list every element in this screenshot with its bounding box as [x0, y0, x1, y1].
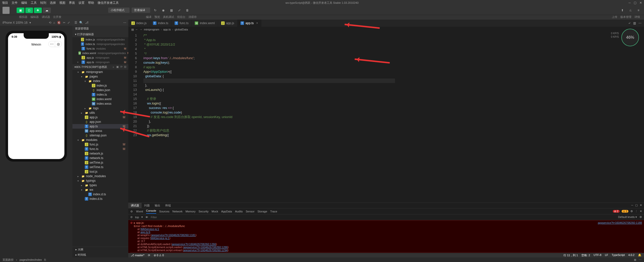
tree-item[interactable]: ▾📁pages [72, 74, 128, 79]
console-output[interactable]: ⊘appservice?t=1604626708260:1188▸ app.js… [128, 220, 644, 253]
minimize-panel-icon[interactable]: ─ [631, 204, 633, 207]
tree-item[interactable]: ▸📁types [72, 183, 128, 188]
open-editor-item[interactable]: Jindex.js miniprogram\pages\index [72, 37, 128, 42]
git-branch[interactable]: ⎇ master* [131, 254, 144, 257]
devtools-tab-终端[interactable]: 终端 [163, 203, 173, 208]
branch-icon[interactable]: ⎇ [85, 21, 89, 24]
menu-视图[interactable]: 视图 [59, 1, 65, 5]
tree-item[interactable]: Tindex.d.ts [72, 197, 128, 201]
devtools-subtab-AppData[interactable]: AppData [221, 210, 232, 213]
tree-item[interactable]: {}sitemap.json [72, 133, 128, 138]
tab-index.js[interactable]: Jindex.js [128, 20, 150, 27]
devtools-tab-调试器[interactable]: 调试器 [128, 203, 142, 208]
menu-选择[interactable]: 选择 [50, 1, 56, 5]
tree-item[interactable]: {}app.json [72, 120, 128, 124]
project-header[interactable]: ▾ WX-TYPESCRIPT@西跃 ＋ ▣ ⟳ ⊟ [72, 64, 128, 70]
devtools-subtab-Memory[interactable]: Memory [186, 210, 196, 213]
detail-button[interactable]: ≡ [635, 7, 641, 13]
search-icon[interactable]: 🔍 [79, 21, 83, 24]
tab-app.js[interactable]: Japp.js [218, 20, 237, 27]
nav-fwd-icon[interactable]: → [140, 28, 142, 31]
editor-toggle[interactable]: ⟨⟩ [25, 8, 33, 13]
status-item[interactable]: UTF-8 [594, 253, 601, 257]
cut-icon[interactable]: ✂ [63, 21, 65, 24]
tree-item[interactable]: ▾📁wx [72, 188, 128, 192]
device-selector[interactable]: iPhone X 100% 16 [3, 21, 27, 24]
open-editor-item[interactable]: ×Tapp.ts miniprogramM [72, 60, 128, 64]
minimize-icon[interactable]: ─ [628, 1, 631, 5]
git-sync[interactable]: ⟳ [148, 254, 150, 257]
console-settings-icon[interactable]: ⚙ [639, 215, 642, 219]
menu-编辑[interactable]: 编辑 [21, 1, 27, 5]
tree-item[interactable]: ▾📁index [72, 79, 128, 83]
tree-item[interactable]: Tfunc.tsM [72, 147, 128, 151]
status-item[interactable]: 空格: 2 [581, 253, 590, 257]
devtools-subtab-Trace[interactable]: Trace [270, 210, 277, 213]
devtools-subtab-Network[interactable]: Network [172, 210, 182, 213]
collapse-icon[interactable]: ⊟ [124, 65, 126, 69]
tree-item[interactable]: Jindex.js [72, 83, 128, 88]
devtools-subtab-Wxml[interactable]: Wxml [136, 210, 143, 213]
error-count[interactable]: ⊘ 2 [613, 210, 619, 213]
more-icon[interactable]: ⋯ [123, 21, 126, 24]
inspect-icon[interactable]: ⯐ [130, 210, 133, 213]
devtools-tab-问题[interactable]: 问题 [142, 203, 152, 208]
filter-input[interactable] [151, 216, 185, 219]
tree-item[interactable]: Windex.wxss [72, 101, 128, 106]
menu-工具[interactable]: 工具 [31, 1, 37, 5]
menu-帮助[interactable]: 帮助 [88, 1, 94, 5]
avatar[interactable] [3, 7, 10, 14]
devtools-subtab-Storage[interactable]: Storage [258, 210, 267, 213]
tree-item[interactable]: Japp.jsM [72, 115, 128, 120]
tree-item[interactable]: ▾📁miniprogram [72, 70, 128, 74]
devtools-subtab-Sensor[interactable]: Sensor [246, 210, 255, 213]
close-icon[interactable]: ✕ [639, 1, 642, 5]
open-editor-item[interactable]: Tindex.ts miniprogram\pages\index [72, 42, 128, 46]
tree-item[interactable]: JsetTime.js [72, 160, 128, 165]
wrap-icon[interactable]: ⤶ [628, 21, 631, 25]
outline-section[interactable]: ▸ 大纲 [72, 247, 128, 252]
tab-func.ts[interactable]: Tfunc.ts [172, 20, 192, 27]
new-folder-icon[interactable]: ▣ [116, 65, 119, 69]
tree-item[interactable]: Tindex.ts [72, 92, 128, 97]
tree-item[interactable]: {}index.json [72, 88, 128, 92]
split-icon[interactable]: ▥ [633, 21, 636, 25]
clear-console-icon[interactable]: ⊘ [130, 215, 133, 219]
float-icon[interactable]: ⤢ [67, 21, 70, 24]
version-button[interactable]: ⎌ [627, 7, 633, 13]
devtools-subtab-Console[interactable]: Console [146, 209, 156, 214]
devtools-subtab-Mock[interactable]: Mock [212, 210, 218, 213]
breadcrumb[interactable]: ▤ ← → miniprogram› app.ts› globalData [128, 27, 644, 32]
path-value[interactable]: pages/index/index [20, 258, 42, 261]
mute-icon[interactable]: 🔇 [57, 21, 61, 24]
more-tabs-icon[interactable]: ⋯ [638, 21, 641, 25]
tree-item[interactable]: TsetTime.ts [72, 165, 128, 169]
tree-item[interactable]: Jfunc.jsM [72, 142, 128, 147]
background-button[interactable]: ⤢ [176, 7, 182, 13]
home-icon[interactable]: ⌂ [53, 21, 55, 24]
open-editor-item[interactable]: Windex.wxml miniprogram\pages\indexM [72, 51, 128, 55]
preview-button[interactable]: ◉ [160, 7, 166, 13]
status-item[interactable]: 🔔 [638, 253, 641, 257]
compile-dropdown[interactable]: 普通编译 [132, 8, 150, 13]
compile-button[interactable]: ↻ [152, 7, 158, 13]
simulator-toggle[interactable]: ▣ [17, 8, 24, 13]
tab-app.ts[interactable]: Tapp.ts× [237, 20, 261, 27]
eye-icon[interactable]: 👁 [145, 216, 148, 219]
perf-badge[interactable]: 46% [621, 29, 639, 46]
menu-文件[interactable]: 文件 [12, 1, 18, 5]
tree-item[interactable]: Jnetwork.js [72, 151, 128, 156]
settings-icon[interactable]: ⚙ [630, 210, 633, 213]
menu-icon[interactable]: ☰ [74, 21, 77, 24]
tree-item[interactable]: Tindex.d.ts [72, 192, 128, 197]
mode-dropdown[interactable]: 小程序模式 [108, 8, 130, 13]
devtools-subtab-Security[interactable]: Security [198, 210, 209, 213]
maximize-panel-icon[interactable]: ▢ [635, 204, 638, 207]
devtools-subtab-Sources[interactable]: Sources [159, 210, 169, 213]
maximize-icon[interactable]: ▢ [634, 1, 636, 5]
problems-indicator[interactable]: ⊘ 0 ⚠ 0 [154, 254, 164, 257]
tree-item[interactable]: ▸📁node_modules [72, 174, 128, 178]
open-editor-item[interactable]: Japp.js miniprogramM [72, 55, 128, 60]
new-file-icon[interactable]: ＋ [112, 65, 115, 69]
remote-debug-button[interactable]: ▦ [168, 7, 174, 13]
